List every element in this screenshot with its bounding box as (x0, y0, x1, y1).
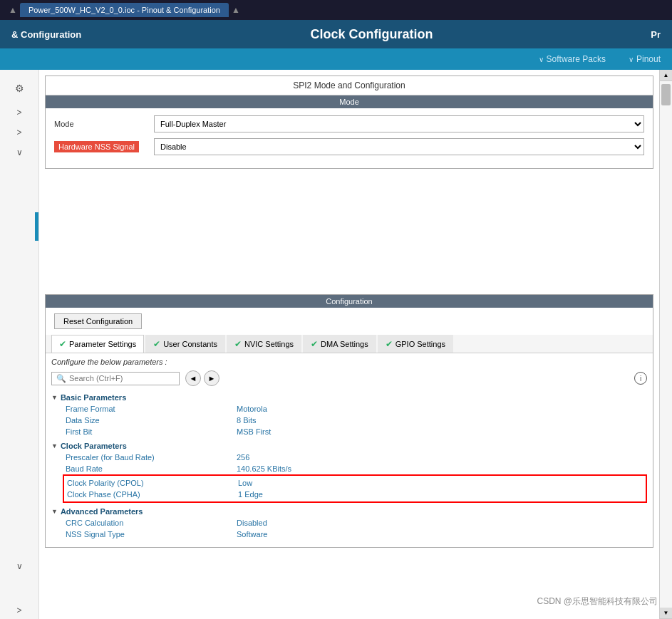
collapse-icon-clock: ▼ (51, 442, 58, 449)
reset-config-button[interactable]: Reset Configuration (54, 313, 142, 329)
tab-nvic-label: NVIC Settings (244, 340, 294, 348)
baud-rate-row: Baud Rate 140.625 KBits/s (51, 463, 647, 474)
collapse-icon-advanced: ▼ (51, 508, 58, 515)
first-bit-name: First Bit (66, 427, 237, 436)
nav-left-label: & Configuration (0, 29, 200, 40)
clock-params-label: Clock Parameters (61, 442, 127, 450)
tab-gpio-settings[interactable]: ✔ GPIO Settings (378, 335, 453, 353)
data-size-name: Data Size (66, 416, 237, 425)
sidebar-arrow-2[interactable]: > (6, 124, 32, 141)
crc-value: Disabled (237, 519, 267, 527)
nss-signal-row: NSS Signal Type Software (51, 529, 647, 540)
tab-gpio-label: GPIO Settings (396, 340, 445, 348)
check-icon-user: ✔ (153, 339, 160, 349)
mode-select-wrapper: Full-Duplex Master (154, 115, 644, 132)
search-icon: 🔍 (56, 374, 66, 383)
cpol-name: Clock Polarity (CPOL) (67, 479, 238, 487)
mode-select[interactable]: Full-Duplex Master (154, 115, 644, 132)
tab-nvic-settings[interactable]: ✔ NVIC Settings (227, 335, 301, 353)
crc-row: CRC Calculation Disabled (51, 517, 647, 529)
sidebar-arrow-3[interactable]: ∨ (6, 144, 32, 161)
mode-section: Mode Full-Duplex Master Hardware NSS Sig… (46, 108, 653, 168)
mode-section-header: Mode (46, 95, 653, 108)
basic-params-label: Basic Parameters (61, 393, 126, 402)
baud-rate-value: 140.625 KBits/s (237, 464, 291, 473)
cpha-name: Clock Phase (CPHA) (67, 490, 238, 499)
nss-signal-name: NSS Signal Type (66, 530, 237, 539)
software-packs-nav[interactable]: ∨ Software Packs (539, 54, 606, 64)
first-bit-value: MSB First (237, 427, 271, 436)
top-nav: & Configuration Clock Configuration Pr (0, 20, 672, 48)
config-section: Configuration Reset Configuration ✔ Para… (45, 294, 653, 548)
config-header: Configuration (46, 295, 653, 308)
cpha-row: Clock Phase (CPHA) 1 Edge (67, 489, 646, 500)
first-bit-row: First Bit MSB First (51, 426, 647, 437)
info-icon[interactable]: i (634, 372, 647, 385)
highlighted-clock-rows: Clock Polarity (CPOL) Low Clock Phase (C… (63, 474, 647, 503)
data-size-value: 8 Bits (237, 416, 257, 425)
main-layout: ⚙ > > ∨ ∨ > SPI2 Mode and Configuration … (0, 70, 672, 619)
sidebar-gear-icon[interactable]: ⚙ (6, 76, 32, 101)
tab-parameter-settings[interactable]: ✔ Parameter Settings (51, 335, 144, 353)
sidebar-arrow-bottom[interactable]: ∨ (6, 558, 32, 575)
frame-format-row: Frame Format Motorola (51, 403, 647, 415)
cpol-row: Clock Polarity (CPOL) Low (67, 477, 646, 489)
baud-rate-name: Baud Rate (66, 464, 237, 473)
hardware-nss-select[interactable]: Disable (154, 138, 644, 155)
collapse-icon: ▼ (51, 394, 58, 401)
nav-prev-button[interactable]: ◄ (185, 370, 201, 386)
tab-user-constants[interactable]: ✔ User Constants (145, 335, 225, 353)
hardware-nss-row: Hardware NSS Signal Disable (54, 138, 644, 155)
frame-format-name: Frame Format (66, 405, 237, 413)
tab-user-label: User Constants (163, 340, 217, 348)
crc-name: CRC Calculation (66, 519, 237, 527)
tabs-bar: ✔ Parameter Settings ✔ User Constants ✔ … (46, 335, 653, 353)
title-arrow-right: ▲ (232, 5, 240, 15)
tab-param-label: Parameter Settings (69, 340, 136, 348)
check-icon-param: ✔ (59, 339, 66, 349)
cpha-value: 1 Edge (238, 490, 263, 499)
clock-params-group: ▼ Clock Parameters Prescaler (for Baud R… (51, 440, 647, 503)
chevron-down-icon: ∨ (539, 56, 544, 63)
nss-signal-value: Software (237, 530, 267, 539)
chevron-down-icon: ∨ (629, 56, 634, 63)
spi-panel: SPI2 Mode and Configuration Mode Mode Fu… (45, 76, 653, 169)
tab-dma-settings[interactable]: ✔ DMA Settings (303, 335, 376, 353)
scroll-thumb (661, 84, 671, 105)
scroll-up-arrow[interactable]: ▲ (660, 70, 672, 81)
clock-params-header[interactable]: ▼ Clock Parameters (51, 440, 647, 452)
watermark: CSDN @乐思智能科技有限公司 (537, 595, 658, 608)
mode-row: Mode Full-Duplex Master (54, 115, 644, 132)
sidebar-arrow-1[interactable]: > (6, 104, 32, 121)
scroll-track[interactable] (660, 81, 672, 608)
search-input-wrapper[interactable]: 🔍 (51, 372, 180, 385)
secondary-nav: ∨ Software Packs ∨ Pinout (0, 48, 672, 70)
check-icon-nvic: ✔ (234, 339, 242, 349)
cpol-value: Low (238, 479, 252, 487)
spi-panel-header: SPI2 Mode and Configuration (46, 76, 653, 95)
hardware-nss-label-wrapper: Hardware NSS Signal (54, 142, 154, 151)
hardware-nss-badge: Hardware NSS Signal (54, 141, 139, 152)
basic-params-group: ▼ Basic Parameters Frame Format Motorola… (51, 392, 647, 437)
prescaler-value: 256 (237, 453, 249, 462)
prescaler-row: Prescaler (for Baud Rate) 256 (51, 452, 647, 463)
title-arrow-left: ▲ (9, 5, 17, 15)
params-hint: Configure the below parameters : (51, 358, 647, 366)
basic-params-header[interactable]: ▼ Basic Parameters (51, 392, 647, 403)
scroll-down-arrow[interactable]: ▼ (660, 608, 672, 619)
nav-next-button[interactable]: ► (204, 370, 219, 386)
prescaler-name: Prescaler (for Baud Rate) (66, 453, 237, 462)
advanced-params-label: Advanced Parameters (61, 507, 143, 516)
software-packs-label: Software Packs (547, 54, 606, 64)
title-tab[interactable]: Power_500W_HC_V2_0_0.ioc - Pinout & Conf… (20, 3, 229, 17)
pinout-nav[interactable]: ∨ Pinout (629, 54, 661, 64)
content-area: SPI2 Mode and Configuration Mode Mode Fu… (39, 70, 659, 619)
nav-arrows: ◄ ► (185, 370, 219, 386)
mode-label: Mode (54, 120, 154, 128)
advanced-params-header[interactable]: ▼ Advanced Parameters (51, 506, 647, 517)
advanced-params-group: ▼ Advanced Parameters CRC Calculation Di… (51, 506, 647, 540)
check-icon-gpio: ✔ (386, 339, 393, 349)
sidebar-arrow-bottom2[interactable]: > (6, 602, 32, 619)
pinout-label: Pinout (636, 54, 661, 64)
search-input[interactable] (69, 374, 162, 383)
